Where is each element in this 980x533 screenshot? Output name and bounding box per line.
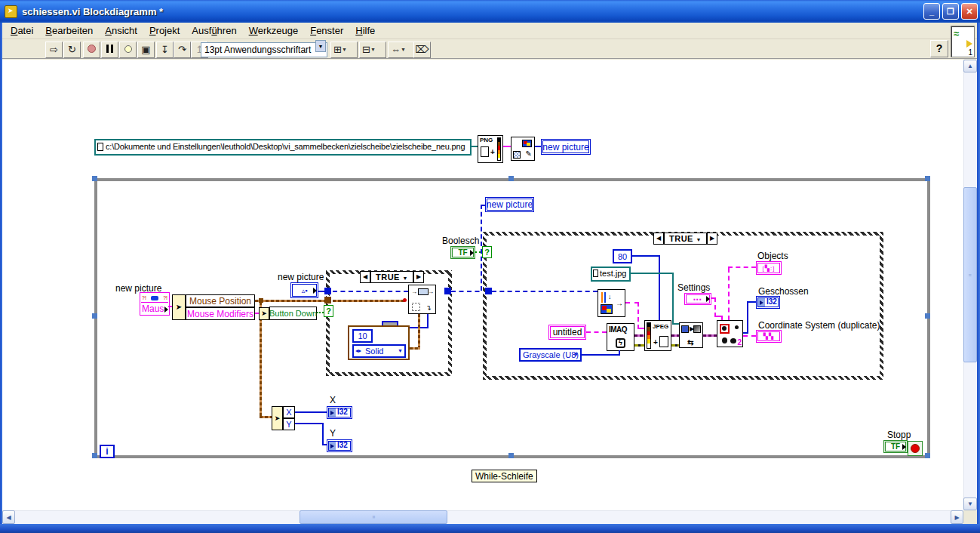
- resize-objects-button[interactable]: ⇔▼: [388, 42, 415, 58]
- horizontal-scroll-thumb[interactable]: ≡: [300, 510, 447, 524]
- imaq-create-node[interactable]: IMAQ ϟ: [607, 323, 634, 351]
- selection-handle[interactable]: [92, 313, 97, 319]
- wire-picture-between-cases: [451, 291, 487, 292]
- unbundle-input-terminal[interactable]: ➤: [172, 294, 186, 320]
- color-ramp-icon: [647, 322, 651, 349]
- horizontal-scrollbar[interactable]: [2, 510, 963, 524]
- enum-caret-icon[interactable]: ▼: [398, 348, 403, 353]
- case-selector-label-process[interactable]: ◀ TRUE ▼ ▶: [653, 233, 717, 245]
- grayscale-enum-constant[interactable]: Grayscale (U8) ▼: [519, 348, 582, 362]
- loop-condition-terminal[interactable]: [908, 441, 923, 456]
- imaq-node-label: IMAQ: [609, 325, 627, 334]
- menu-ansicht[interactable]: Ansicht: [99, 23, 143, 38]
- imaq-count-objects-node[interactable]: 2: [717, 320, 743, 347]
- retain-wire-values-button[interactable]: ▣: [137, 42, 155, 58]
- case-next-arrow-icon[interactable]: ▶: [413, 271, 424, 283]
- settings-control-terminal[interactable]: ▪▪▪: [684, 293, 711, 305]
- selection-handle[interactable]: [925, 453, 930, 458]
- picture-icon: [522, 140, 532, 147]
- run-button[interactable]: ⇨: [45, 42, 63, 58]
- case-selector-value[interactable]: TRUE ▼: [370, 271, 413, 283]
- step-over-button[interactable]: ↷: [174, 42, 191, 58]
- selection-handle[interactable]: [508, 176, 514, 181]
- selection-handle[interactable]: [92, 453, 97, 458]
- font-selector-caret-icon[interactable]: ▼: [315, 40, 326, 52]
- pen-cluster-constant[interactable]: 10 ◂▸ Solid ▼: [348, 325, 410, 360]
- unbundle-cell-y[interactable]: Y: [283, 418, 295, 430]
- write-jpeg-file-node[interactable]: JPEG +: [644, 320, 671, 351]
- selection-handle[interactable]: [925, 313, 930, 319]
- abort-button[interactable]: [83, 42, 100, 58]
- terminal-arrow-icon: [902, 444, 906, 450]
- scroll-up-button[interactable]: ▲: [963, 60, 977, 72]
- scroll-down-button[interactable]: ▼: [963, 498, 977, 510]
- enum-caret-icon[interactable]: ▼: [573, 352, 579, 357]
- x-indicator-terminal[interactable]: I32: [327, 406, 352, 419]
- pen-style-enum[interactable]: ◂▸ Solid ▼: [352, 344, 406, 358]
- picture-to-pixmap-node[interactable]: ↓ →: [598, 289, 625, 317]
- selection-handle[interactable]: [92, 176, 97, 181]
- coordinate-system-indicator-terminal[interactable]: ▚▚: [756, 330, 782, 343]
- read-png-file-node[interactable]: PNG +: [478, 135, 503, 163]
- menu-bearbeiten[interactable]: Bearbeiten: [39, 23, 99, 38]
- loop-iteration-terminal[interactable]: i: [100, 445, 115, 458]
- align-objects-button[interactable]: ⊞▼: [330, 42, 358, 58]
- unbundle-row-mouse-position[interactable]: Mouse Position: [186, 294, 255, 307]
- unbundle-xy-input[interactable]: ➤: [272, 406, 283, 430]
- menu-bar: Datei Bearbeiten Ansicht Projekt Ausführ…: [0, 23, 980, 39]
- highlight-execution-button[interactable]: [119, 42, 137, 58]
- wire-quality: [632, 255, 660, 257]
- geschossen-indicator-terminal[interactable]: I32: [756, 296, 780, 309]
- vertical-scroll-thumb[interactable]: ≡: [963, 187, 977, 362]
- untitled-string-constant[interactable]: untitled: [548, 325, 586, 340]
- distribute-objects-button[interactable]: ⊟▼: [359, 42, 386, 58]
- wire-objects: [728, 266, 756, 268]
- pen-size-constant[interactable]: 10: [352, 329, 373, 343]
- imaq-write-file-node[interactable]: ▶ ⇆: [679, 322, 703, 348]
- new-picture-local-variable[interactable]: ▵▪: [290, 282, 318, 298]
- font-selector[interactable]: 13pt Anwendungsschriftart: [201, 42, 327, 57]
- case-prev-arrow-icon[interactable]: ◀: [360, 271, 370, 283]
- scroll-right-button[interactable]: ▶: [951, 510, 963, 524]
- step-into-button[interactable]: ↧: [156, 42, 174, 58]
- new-picture-indicator-loop[interactable]: new picture: [485, 197, 534, 212]
- selection-handle[interactable]: [508, 453, 514, 458]
- enum-inc-dec-icon[interactable]: ◂▸: [355, 347, 361, 354]
- close-button[interactable]: ✕: [961, 3, 978, 20]
- objects-indicator-terminal[interactable]: [▚:]: [756, 261, 782, 275]
- quality-constant[interactable]: 80: [613, 249, 632, 263]
- menu-projekt[interactable]: Projekt: [143, 23, 186, 38]
- case-selector-value[interactable]: TRUE ▼: [664, 233, 707, 245]
- coercion-dot: [403, 298, 407, 302]
- jpg-path-constant[interactable]: test.jpg: [591, 266, 631, 282]
- maximize-button[interactable]: ❐: [942, 3, 959, 20]
- unbundle2-input-terminal[interactable]: ➤: [259, 307, 269, 320]
- menu-fenster[interactable]: Fenster: [304, 23, 349, 38]
- menu-werkzeuge[interactable]: Werkzeuge: [243, 23, 305, 38]
- case-next-arrow-icon[interactable]: ▶: [707, 233, 717, 245]
- cleanup-diagram-button[interactable]: ⌦: [413, 42, 431, 58]
- maus-control-terminal[interactable]: ?!?! Maus: [140, 292, 170, 316]
- vi-icon-badge[interactable]: ≈ 1: [951, 26, 975, 57]
- unbundle-row-button-down[interactable]: Button Down: [269, 307, 317, 320]
- selection-handle[interactable]: [925, 176, 930, 181]
- y-indicator-terminal[interactable]: I32: [327, 439, 352, 452]
- menu-hilfe[interactable]: Hilfe: [349, 23, 381, 38]
- menu-datei[interactable]: Datei: [5, 23, 39, 38]
- png-path-constant[interactable]: : c:\Dokumente und Einstellungen\leuthol…: [94, 139, 472, 156]
- stopp-control-terminal[interactable]: TF: [883, 440, 908, 453]
- case-selector-label-draw[interactable]: ◀ TRUE ▼ ▶: [360, 271, 424, 283]
- new-picture-indicator-top[interactable]: new picture: [541, 139, 591, 155]
- boolesch-control-terminal[interactable]: TF: [450, 246, 475, 259]
- draw-rectangle-node[interactable]: → → ↴: [408, 285, 436, 314]
- unbundle-cell-x[interactable]: X: [283, 406, 295, 418]
- minimize-button[interactable]: _: [923, 3, 940, 20]
- run-continuously-button[interactable]: ↻: [63, 42, 81, 58]
- pause-button[interactable]: [101, 42, 118, 58]
- scroll-left-button[interactable]: ◀: [2, 510, 15, 524]
- menu-ausfuehren[interactable]: Ausführen: [186, 23, 242, 38]
- draw-flattened-pixmap-node[interactable]: ✎: [511, 137, 535, 161]
- unbundle-row-mouse-modifiers[interactable]: Mouse Modifiers: [186, 307, 255, 320]
- context-help-button[interactable]: ?: [930, 40, 948, 57]
- case-prev-arrow-icon[interactable]: ◀: [653, 233, 664, 245]
